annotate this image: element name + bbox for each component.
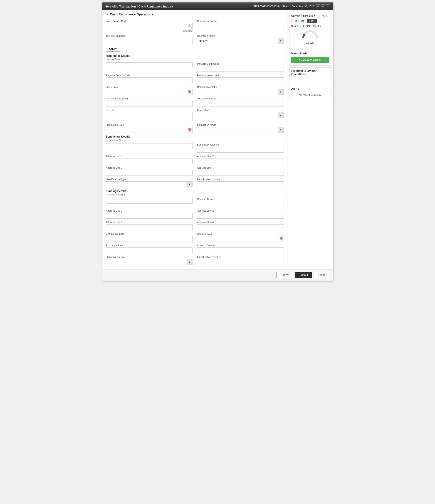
issuing-branch-input[interactable]: [106, 63, 192, 68]
query-button[interactable]: Query: [106, 46, 120, 52]
benef-addr3-left-input[interactable]: [106, 170, 192, 176]
fund-addr3-left-input[interactable]: [106, 224, 192, 230]
test-key-number-top-input[interactable]: [106, 38, 192, 44]
narrative-input[interactable]: [106, 112, 192, 121]
issue-branch-code-field: Issue Branch Code 🔍 Required: [106, 20, 192, 32]
remittance-status-select[interactable]: Active Paid Cancelled: [197, 89, 284, 95]
cheque-date-field: Cheque Date 📅: [197, 233, 284, 242]
benef-addr4-right-input[interactable]: [197, 170, 284, 176]
narrative-field: Narrative: [106, 109, 192, 121]
test-key-number-input[interactable]: [197, 100, 284, 107]
collapse-icon[interactable]: ▼: [106, 13, 109, 16]
remittance-amount-field: Remittance Amount: [197, 74, 284, 83]
issue-date-wrapper: 📅: [106, 89, 192, 95]
top-fields-row: Issue Branch Code 🔍 Required Remittance …: [106, 20, 284, 32]
exchange-rate-field: Exchange Rate: [106, 244, 192, 253]
remitter-name-label: Remitter Name: [197, 198, 284, 200]
issue-date-input[interactable]: [106, 89, 192, 95]
fund-addr4-right-input[interactable]: [197, 224, 284, 230]
exchange-rate-input[interactable]: [106, 247, 192, 253]
fund-addr4-right-label: Address Line 4: [197, 221, 284, 224]
remitter-name-field: Remitter Name: [197, 198, 284, 207]
fund-addr1-left-input[interactable]: [106, 213, 192, 219]
fund-id-number-input[interactable]: [197, 259, 284, 265]
gauge-svg: [301, 29, 319, 40]
liquidation-date-input[interactable]: [106, 127, 192, 133]
fund-addr3-addr4-row: Address Line 3 Address Line 4: [106, 221, 284, 230]
cheque-number-input[interactable]: [106, 236, 192, 242]
issue-date-field: Issue Date 📅: [106, 86, 192, 95]
benef-id-number-input[interactable]: [197, 181, 284, 187]
payable-branch-code-input[interactable]: [106, 77, 192, 83]
payable-bank-code-input[interactable]: [197, 66, 284, 72]
restore-button[interactable]: ⊞: [321, 4, 325, 9]
fund-addr2-right-field: Address Line 2: [197, 209, 284, 219]
beneficiary-account-input[interactable]: [197, 147, 284, 153]
cheque-date-input[interactable]: [197, 236, 284, 242]
fund-id-type-label: Identification Type: [106, 256, 192, 258]
beneficiary-name-input[interactable]: [106, 143, 192, 149]
cheque-date-label: Cheque Date: [197, 233, 284, 235]
beneficiary-name-field: [106, 143, 192, 153]
no-data-button[interactable]: No Data to Display: [291, 57, 329, 63]
fund-addr2-right-input[interactable]: [197, 213, 284, 219]
benef-addr3-left-field: Address Line 3: [106, 166, 192, 176]
remittance-number-input[interactable]: [106, 100, 192, 107]
remitter-account-field: [106, 198, 192, 207]
calendar-icon[interactable]: 📅: [188, 90, 192, 94]
liquidation-mode-label: Liquidation Mode: [197, 124, 284, 126]
test-key-number-field: Test Key Number: [197, 97, 284, 107]
search-icon[interactable]: 🔍: [188, 24, 192, 28]
clear-button[interactable]: Clear: [314, 272, 329, 278]
benef-addr2-right-input[interactable]: [197, 158, 284, 164]
cheque-date-wrapper: 📅: [197, 236, 284, 242]
operation-mode-select[interactable]: Inquiry New Modify: [197, 38, 284, 44]
benef-addr2-right-field: Address Line 2: [197, 155, 284, 164]
refresh-icon[interactable]: ↻: [326, 14, 329, 18]
remittance-number-top-input[interactable]: [197, 23, 284, 29]
min-dot: [291, 25, 293, 27]
benef-id-number-label: Identification Number: [197, 178, 284, 181]
liquidation-calendar-icon[interactable]: 📅: [188, 128, 192, 132]
issue-mode-select[interactable]: Cash Account: [197, 112, 284, 118]
min-label: Min: 0: [294, 25, 301, 27]
gbp-tab[interactable]: GBP: [307, 19, 317, 23]
benef-id-type-select[interactable]: Passport National ID Driving License: [106, 181, 192, 187]
payable-bank-code-field: Payable Bank Code: [197, 63, 284, 72]
no-record-label: No record to display: [291, 92, 329, 98]
account-amount-input[interactable]: [197, 247, 284, 253]
remitter-account-input[interactable]: [106, 198, 192, 204]
test-key-number-label: Test Key Number: [197, 97, 284, 100]
alerts-section: Alerts No record to display: [289, 85, 331, 100]
filter-icon[interactable]: ⚗: [322, 14, 325, 18]
remittance-status-select-wrapper: Active Paid Cancelled ▼: [197, 89, 284, 95]
cheque-number-label: Cheque Number: [106, 233, 192, 235]
cheque-date-calendar-icon[interactable]: 📅: [279, 237, 283, 241]
issue-branch-code-input[interactable]: [106, 23, 192, 29]
till-position-header: Current Till Position ⚗ ↻: [291, 14, 329, 18]
fund-addr1-left-field: Address Line 1: [106, 209, 192, 219]
fund-id-number-field: Identification Number: [197, 256, 284, 265]
beneficiary-name-account-row: Beneficiary Account: [106, 143, 284, 153]
memo-alerts-title: Memo Alerts: [291, 52, 329, 55]
remitter-name-input[interactable]: [197, 201, 284, 207]
benef-addr1-left-input[interactable]: [106, 158, 192, 164]
close-button[interactable]: ✕: [326, 4, 330, 9]
payable-branch-code-label: Payable Branch Code: [106, 74, 192, 77]
fund-addr3-left-label: Address Line 3: [106, 221, 192, 224]
cheque-row: Cheque Number Cheque Date 📅: [106, 233, 284, 242]
fund-addr3-left-field: Address Line 3: [106, 221, 192, 230]
remittance-status-label: Remittance Status: [197, 86, 284, 88]
cancel-button[interactable]: Cancel: [276, 272, 293, 278]
remittance-amount-input[interactable]: [197, 77, 284, 83]
issue-mode-select-wrapper: Cash Account ▼: [197, 112, 284, 118]
filters-tab[interactable]: FILTERS: [291, 19, 306, 23]
benef-id-type-label: Identification Type: [106, 178, 192, 181]
issue-date-status-row: Issue Date 📅 Remittance Status Active: [106, 86, 284, 95]
fund-id-type-select[interactable]: Passport National ID Driving License: [106, 259, 192, 265]
max-label: Max: 999,999: [306, 25, 321, 27]
main-window: Servicing Transaction - Cash Remittance …: [102, 2, 333, 281]
minimize-button[interactable]: ⊟: [316, 4, 320, 9]
submit-button[interactable]: Submit: [295, 272, 312, 278]
liquidation-mode-select[interactable]: Cash Account: [197, 127, 284, 133]
